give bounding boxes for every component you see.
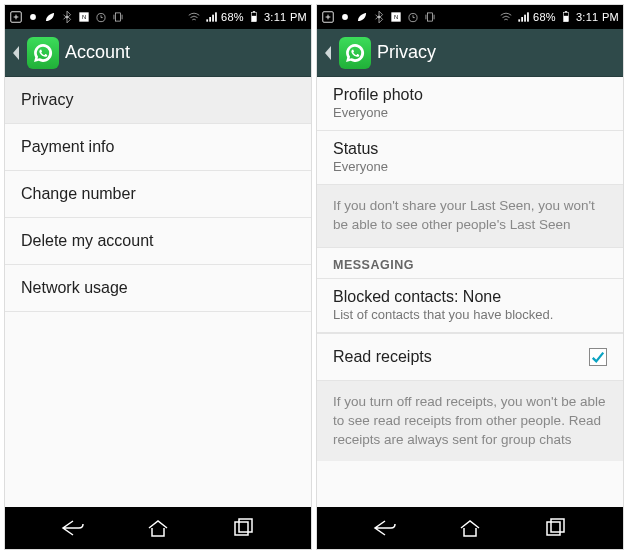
- label: Read receipts: [333, 348, 432, 366]
- privacy-list: Profile photo Everyone Status Everyone I…: [317, 77, 623, 507]
- nav-recent-button[interactable]: [226, 511, 260, 545]
- alarm-icon: [406, 10, 420, 24]
- label: Payment info: [21, 138, 114, 155]
- svg-rect-36: [527, 12, 529, 21]
- signal-icon: [204, 10, 218, 24]
- svg-point-3: [30, 14, 36, 20]
- svg-rect-18: [253, 11, 255, 12]
- setting-status[interactable]: Status Everyone: [317, 131, 623, 185]
- svg-text:N: N: [394, 14, 398, 20]
- wifi-icon: [499, 10, 513, 24]
- section-messaging: MESSAGING: [317, 247, 623, 279]
- label: Privacy: [21, 91, 73, 108]
- svg-rect-39: [565, 11, 567, 12]
- svg-rect-19: [235, 522, 248, 535]
- bluetooth-icon: [372, 10, 386, 24]
- menu-item-payment-info[interactable]: Payment info: [5, 124, 311, 171]
- clock: 3:11 PM: [576, 11, 619, 23]
- wifi-icon: [187, 10, 201, 24]
- menu-item-change-number[interactable]: Change number: [5, 171, 311, 218]
- clock: 3:11 PM: [264, 11, 307, 23]
- app-bar-title: Privacy: [377, 42, 436, 63]
- svg-rect-30: [428, 13, 433, 21]
- vibrate-icon: [111, 10, 125, 24]
- setting-profile-photo[interactable]: Profile photo Everyone: [317, 77, 623, 131]
- svg-rect-40: [547, 522, 560, 535]
- vibrate-icon: [423, 10, 437, 24]
- svg-point-24: [342, 14, 348, 20]
- svg-rect-33: [518, 19, 520, 21]
- add-contact-icon: [321, 10, 335, 24]
- menu-item-privacy[interactable]: Privacy: [5, 77, 311, 124]
- nav-home-button[interactable]: [141, 511, 175, 545]
- nav-back-button[interactable]: [368, 511, 402, 545]
- label: Network usage: [21, 279, 128, 296]
- account-list: Privacy Payment info Change number Delet…: [5, 77, 311, 507]
- label: Change number: [21, 185, 136, 202]
- whatsapp-logo-icon[interactable]: [27, 37, 59, 69]
- battery-pct: 68%: [221, 11, 244, 23]
- status-bar: N 68% 3:11 PM: [317, 5, 623, 29]
- phone-account: N 68% 3:11 PM Account Privacy Payment in…: [4, 4, 312, 550]
- cloud-icon: [338, 10, 352, 24]
- nav-home-button[interactable]: [453, 511, 487, 545]
- status-bar: N 68% 3:11 PM: [5, 5, 311, 29]
- label: Profile photo: [333, 86, 607, 104]
- nav-bar: [317, 507, 623, 549]
- setting-read-receipts[interactable]: Read receipts: [317, 333, 623, 381]
- read-receipts-info: If you turn off read receipts, you won't…: [317, 381, 623, 462]
- app-bar: Privacy: [317, 29, 623, 77]
- svg-rect-12: [206, 19, 208, 21]
- last-seen-info: If you don't share your Last Seen, you w…: [317, 185, 623, 247]
- nav-bar: [5, 507, 311, 549]
- svg-text:N: N: [82, 14, 86, 20]
- battery-icon: [247, 10, 261, 24]
- menu-item-network-usage[interactable]: Network usage: [5, 265, 311, 312]
- value: Everyone: [333, 105, 607, 120]
- app-bar-title: Account: [65, 42, 130, 63]
- svg-rect-9: [116, 13, 121, 21]
- menu-item-delete-account[interactable]: Delete my account: [5, 218, 311, 265]
- svg-rect-20: [239, 519, 252, 532]
- back-button[interactable]: [11, 29, 21, 77]
- label: Delete my account: [21, 232, 154, 249]
- back-button[interactable]: [323, 29, 333, 77]
- add-contact-icon: [9, 10, 23, 24]
- svg-rect-17: [252, 16, 257, 22]
- setting-blocked-contacts[interactable]: Blocked contacts: None List of contacts …: [317, 279, 623, 333]
- signal-icon: [516, 10, 530, 24]
- label: Status: [333, 140, 607, 158]
- alarm-icon: [94, 10, 108, 24]
- nfc-icon: N: [389, 10, 403, 24]
- checkbox-icon[interactable]: [589, 348, 607, 366]
- app-bar: Account: [5, 29, 311, 77]
- whatsapp-logo-icon[interactable]: [339, 37, 371, 69]
- label: Blocked contacts: None: [333, 288, 607, 306]
- svg-rect-13: [209, 17, 211, 22]
- phone-privacy: N 68% 3:11 PM Privacy Profile photo Ever…: [316, 4, 624, 550]
- svg-rect-15: [215, 12, 217, 21]
- nfc-icon: N: [77, 10, 91, 24]
- leaf-icon: [355, 10, 369, 24]
- nav-recent-button[interactable]: [538, 511, 572, 545]
- svg-rect-14: [212, 15, 214, 22]
- nav-back-button[interactable]: [56, 511, 90, 545]
- svg-rect-34: [521, 17, 523, 22]
- bluetooth-icon: [60, 10, 74, 24]
- svg-rect-35: [524, 15, 526, 22]
- value: Everyone: [333, 159, 607, 174]
- svg-rect-41: [551, 519, 564, 532]
- sub: List of contacts that you have blocked.: [333, 307, 607, 322]
- leaf-icon: [43, 10, 57, 24]
- battery-pct: 68%: [533, 11, 556, 23]
- battery-icon: [559, 10, 573, 24]
- cloud-icon: [26, 10, 40, 24]
- svg-rect-38: [564, 16, 569, 22]
